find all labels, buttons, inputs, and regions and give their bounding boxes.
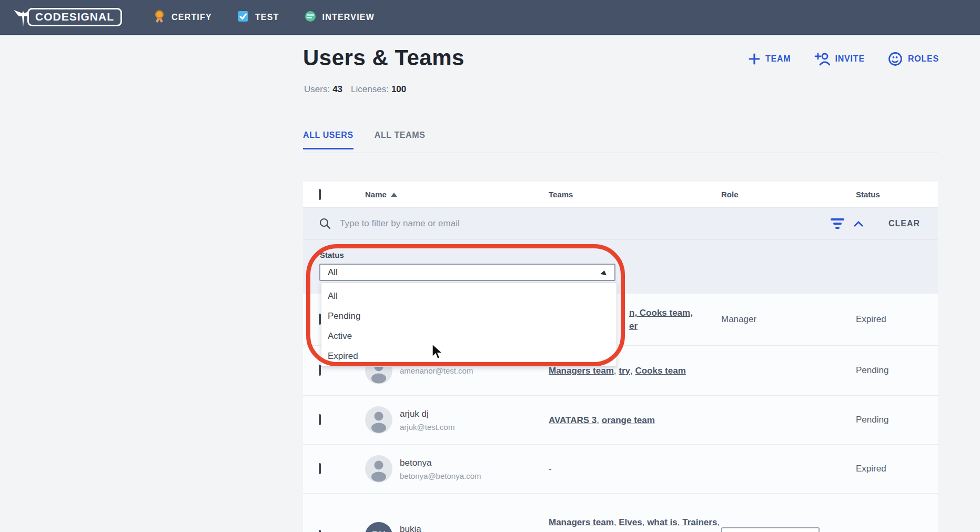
row-checkbox-cell xyxy=(319,464,365,474)
status-value: Pending xyxy=(856,415,888,425)
tabs: ALL USERS ALL TEAMS xyxy=(303,131,425,149)
user-email: arjuk@test.com xyxy=(400,423,454,431)
avatar xyxy=(365,406,392,434)
team-link[interactable]: Elves xyxy=(619,517,642,527)
top-navbar: CODESIGNAL CERTIFYTESTINTERVIEW xyxy=(0,0,980,35)
status-option-active[interactable]: Active xyxy=(321,326,617,346)
user-cell: arjuk djarjuk@test.com xyxy=(365,406,549,434)
plus-icon xyxy=(749,53,760,65)
row-checkbox[interactable] xyxy=(319,463,321,474)
column-header-teams[interactable]: Teams xyxy=(549,190,721,199)
filter-funnel-icon[interactable] xyxy=(831,218,844,229)
status-filter-label: Status xyxy=(320,250,344,259)
status-cell: Pending xyxy=(856,415,922,425)
column-header-status[interactable]: Status xyxy=(856,190,922,199)
user-text: betonyabetonya@betonya.com xyxy=(400,458,481,480)
role-cell: Company Admin xyxy=(721,527,856,532)
nav-item-label: TEST xyxy=(255,13,279,22)
clear-filters-button[interactable]: CLEAR xyxy=(888,219,920,228)
row-checkbox[interactable] xyxy=(319,414,321,425)
codesignal-logo[interactable]: CODESIGNAL xyxy=(12,6,122,29)
add-team-button[interactable]: TEAM xyxy=(749,53,791,65)
status-cell: Expired xyxy=(856,314,922,325)
team-link[interactable]: AVATARS 3 xyxy=(549,415,597,425)
role-cell: Manager xyxy=(721,314,856,325)
team-link[interactable]: n, Cooks team, xyxy=(629,306,721,319)
screen: CODESIGNAL CERTIFYTESTINTERVIEW Users & … xyxy=(0,0,980,532)
user-license-stats: Users:43 Licenses:100 xyxy=(304,84,406,95)
status-value: Active xyxy=(856,530,880,532)
roles-button[interactable]: ROLES xyxy=(888,52,939,66)
table-row: arjuk djarjuk@test.comAVATARS 3, orange … xyxy=(303,396,938,445)
codesignal-wordmark: CODESIGNAL xyxy=(27,8,122,26)
user-email: amenanor@test.com xyxy=(400,366,473,375)
header-actions: TEAM INVITE ROLES xyxy=(749,52,939,66)
column-header-name[interactable]: Name xyxy=(365,190,549,199)
page-title: Users & Teams xyxy=(303,45,464,71)
row-checkbox[interactable] xyxy=(319,530,321,532)
user-cell: betonyabetonya@betonya.com xyxy=(365,455,549,483)
role-select-dropdown[interactable]: Company Admin xyxy=(721,527,820,532)
table-header-row: Name Teams Role Status xyxy=(303,182,938,208)
status-option-all[interactable]: All xyxy=(321,286,617,306)
avatar xyxy=(365,455,392,483)
nav-item-test[interactable]: TEST xyxy=(237,11,279,24)
nav-item-label: INTERVIEW xyxy=(322,13,375,22)
invite-user-button[interactable]: INVITE xyxy=(814,52,865,66)
status-option-expired[interactable]: Expired xyxy=(321,346,617,366)
tab-all-teams[interactable]: ALL TEAMS xyxy=(375,131,426,149)
chat-icon xyxy=(305,11,316,24)
user-name: arjuk dj xyxy=(400,409,454,419)
status-value: Expired xyxy=(856,314,886,324)
nav-items: CERTIFYTESTINTERVIEW xyxy=(154,10,375,25)
team-link[interactable]: what is xyxy=(647,517,678,527)
team-link[interactable]: Cooks team xyxy=(635,366,685,376)
teams-cell: Managers team, Elves, what is, Trainers,… xyxy=(549,516,721,532)
combo-caret-icon xyxy=(600,269,607,275)
person-add-icon xyxy=(814,52,830,66)
team-link[interactable]: Managers team xyxy=(549,517,614,527)
filter-search-input[interactable] xyxy=(340,218,831,229)
team-link[interactable]: orange team xyxy=(602,415,655,425)
user-name: bukia xyxy=(400,524,457,532)
teams-fragments: n, Cooks team,er xyxy=(629,306,721,333)
status-cell: Active xyxy=(856,530,922,532)
team-link[interactable]: er xyxy=(629,319,721,333)
filter-controls: CLEAR xyxy=(831,218,920,229)
medal-icon xyxy=(154,10,165,25)
column-header-role[interactable]: Role xyxy=(721,190,856,199)
user-text: arjuk djarjuk@test.com xyxy=(400,409,454,431)
status-option-pending[interactable]: Pending xyxy=(321,306,617,326)
team-link[interactable]: Trainers xyxy=(682,517,717,527)
nav-item-label: CERTIFY xyxy=(171,13,212,22)
status-cell: Expired xyxy=(856,464,922,474)
table-row: betonyabetonya@betonya.com-Expired xyxy=(303,445,938,494)
row-checkbox-cell xyxy=(319,415,365,425)
sort-ascending-icon xyxy=(391,193,397,197)
team-link[interactable]: Managers team xyxy=(549,366,614,376)
role-value: Manager xyxy=(721,314,756,324)
team-link[interactable]: try xyxy=(619,366,630,376)
chevron-up-icon[interactable] xyxy=(854,220,863,227)
table-row: BUbukiabukia@test.comManagers team, Elve… xyxy=(303,494,938,532)
nav-item-certify[interactable]: CERTIFY xyxy=(154,10,212,25)
row-checkbox-cell xyxy=(319,366,365,375)
teams-empty: - xyxy=(549,464,552,474)
teams-cell: AVATARS 3, orange team xyxy=(549,414,721,427)
status-cell: Pending xyxy=(856,365,922,376)
roles-face-icon xyxy=(888,52,903,66)
users-count: Users:43 xyxy=(304,84,342,95)
tab-all-users[interactable]: ALL USERS xyxy=(303,131,353,149)
user-email: betonya@betonya.com xyxy=(400,471,481,480)
nav-item-interview[interactable]: INTERVIEW xyxy=(305,11,375,24)
user-text: bukiabukia@test.com xyxy=(400,524,457,532)
status-value: Expired xyxy=(856,464,886,474)
licenses-count: Licenses:100 xyxy=(351,84,406,95)
checkbox-icon xyxy=(237,11,249,24)
status-value: Pending xyxy=(856,365,888,375)
status-filter-select[interactable]: All xyxy=(319,264,615,281)
teams-cell: - xyxy=(549,463,721,476)
select-all-checkbox[interactable] xyxy=(319,189,321,200)
avatar: BU xyxy=(365,522,392,532)
user-name: betonya xyxy=(400,458,481,468)
